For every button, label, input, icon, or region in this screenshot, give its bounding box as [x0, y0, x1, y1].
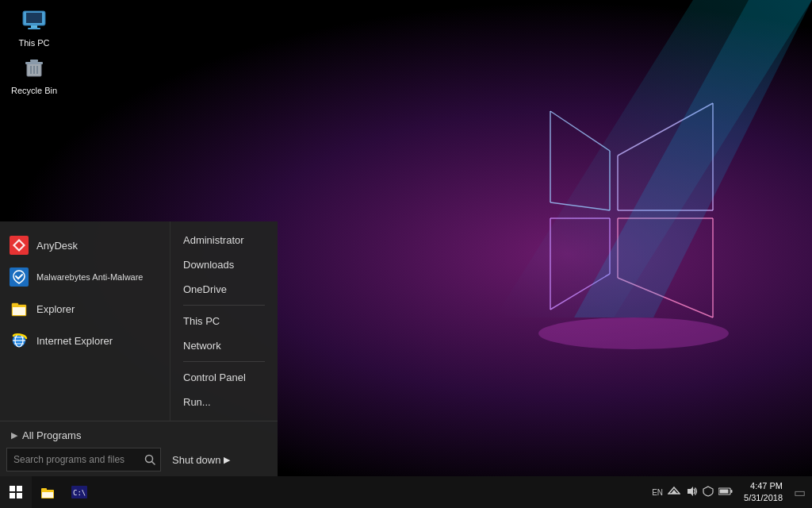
svg-rect-33 [13, 307, 25, 315]
start-place-onedrive[interactable]: OneDrive [170, 277, 278, 302]
svg-marker-52 [688, 487, 693, 496]
start-menu-body: AnyDesk Malwarebytes Anti-Malware [0, 221, 278, 421]
start-menu-places: Administrator Downloads OneDrive This PC… [170, 221, 278, 421]
battery-icon [718, 487, 733, 496]
svg-rect-24 [25, 62, 43, 64]
desktop-icon-this-pc[interactable]: This PC [6, 6, 62, 48]
start-menu-apps: AnyDesk Malwarebytes Anti-Malware [0, 221, 170, 421]
shutdown-button[interactable]: Shut down ▶ [166, 451, 236, 469]
volume-icon [685, 486, 698, 497]
shield-icon [703, 486, 714, 497]
svg-line-3 [550, 202, 610, 210]
tray-security[interactable] [703, 486, 714, 499]
tray-volume[interactable] [685, 486, 698, 499]
taskbar: C:\ EN [0, 476, 812, 508]
explorer-icon [10, 299, 29, 318]
start-app-explorer[interactable]: Explorer [0, 293, 170, 325]
start-button[interactable] [0, 476, 32, 508]
desktop-icon-this-pc-label: This PC [18, 38, 49, 48]
start-menu-search-row: Shut down ▶ [6, 448, 271, 471]
anydesk-icon [10, 236, 29, 255]
tray-notification[interactable]: ▭ [794, 485, 806, 500]
search-icon [144, 454, 155, 465]
start-menu-bottom: ▶ All Programs Shut down [0, 421, 278, 476]
tray-battery[interactable] [718, 487, 733, 498]
svg-text:C:\: C:\ [73, 489, 86, 497]
start-place-downloads[interactable]: Downloads [170, 252, 278, 277]
svg-rect-54 [731, 490, 733, 493]
network-icon [668, 486, 680, 497]
taskbar-file-explorer[interactable] [32, 476, 63, 508]
svg-rect-44 [17, 493, 22, 498]
start-divider-1 [183, 305, 265, 306]
svg-point-16 [538, 318, 729, 349]
start-menu: AnyDesk Malwarebytes Anti-Malware [0, 221, 278, 476]
start-app-anydesk[interactable]: AnyDesk [0, 229, 170, 261]
desktop: This PC Recycle Bin AnyDesk [0, 0, 812, 508]
all-programs-button[interactable]: ▶ All Programs [6, 426, 271, 444]
search-box [6, 448, 161, 471]
start-divider-2 [183, 361, 265, 362]
start-app-ie[interactable]: Internet Explorer [0, 325, 170, 356]
svg-rect-55 [720, 489, 729, 493]
all-programs-arrow: ▶ [11, 430, 17, 441]
cmd-icon: C:\ [71, 486, 87, 498]
svg-rect-25 [30, 60, 38, 62]
svg-rect-41 [10, 486, 15, 491]
svg-line-4 [618, 103, 713, 156]
system-clock[interactable]: 4:47 PM 5/31/2018 [737, 480, 789, 505]
svg-line-14 [618, 278, 713, 318]
svg-rect-43 [10, 493, 15, 498]
svg-rect-46 [41, 488, 47, 491]
tray-language[interactable]: EN [652, 488, 663, 497]
file-explorer-icon [40, 484, 56, 500]
svg-rect-47 [42, 492, 53, 498]
start-place-run[interactable]: Run... [170, 390, 278, 414]
shutdown-arrow: ▶ [224, 455, 230, 465]
windows-logo-bg [487, 64, 741, 365]
taskbar-cmd[interactable]: C:\ [63, 476, 95, 508]
svg-rect-42 [17, 486, 22, 491]
desktop-icon-recycle-bin[interactable]: Recycle Bin [6, 54, 62, 95]
svg-line-40 [151, 462, 155, 465]
svg-line-10 [550, 274, 610, 310]
start-place-control-panel[interactable]: Control Panel [170, 365, 278, 390]
svg-line-0 [550, 111, 610, 151]
search-button[interactable] [139, 448, 160, 471]
svg-rect-21 [31, 25, 37, 28]
start-place-administrator[interactable]: Administrator [170, 228, 278, 252]
start-place-this-pc[interactable]: This PC [170, 309, 278, 333]
start-place-network[interactable]: Network [170, 333, 278, 358]
windows-start-icon [9, 485, 23, 499]
malwarebytes-icon [10, 267, 29, 287]
search-input[interactable] [7, 454, 139, 465]
system-tray: EN [645, 480, 812, 505]
svg-rect-20 [26, 13, 42, 23]
desktop-icon-recycle-bin-label: Recycle Bin [11, 86, 57, 95]
trash-icon [20, 54, 48, 83]
ie-icon [10, 331, 29, 350]
svg-rect-32 [12, 303, 18, 306]
start-app-malwarebytes[interactable]: Malwarebytes Anti-Malware [0, 261, 170, 293]
svg-rect-22 [28, 28, 40, 29]
computer-icon [20, 6, 48, 35]
tray-network[interactable] [668, 486, 680, 499]
